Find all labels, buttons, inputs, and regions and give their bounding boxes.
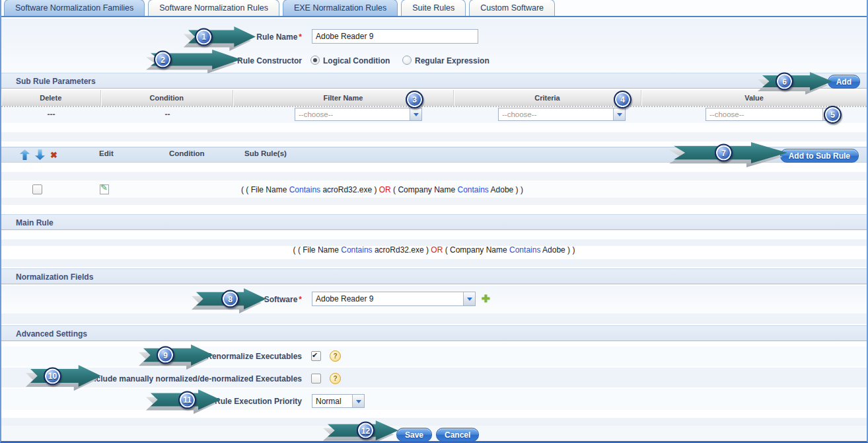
chevron-down-icon[interactable] [463,292,475,305]
row-stripe [1,231,867,239]
annotation-arrow-10: 10 [30,365,101,387]
column-header-delete: Delete [1,90,101,106]
annotation-badge-9: 9 [157,346,174,364]
regular-expression-radio[interactable] [402,56,412,65]
cancel-button[interactable]: Cancel [436,428,479,442]
row-stripe [1,259,867,267]
logical-condition-radio-label: Logical Condition [323,56,390,65]
rule-operator-contains: Contains [509,245,540,255]
annotation-arrow-2: 2 [151,50,241,69]
software-select[interactable]: Adobe Reader 9 [312,292,476,306]
main-rule-expression: ( ( File Name Contains acroRd32.exe ) OR… [1,245,867,255]
annotation-badge-7: 7 [715,144,733,162]
tab-custom-software[interactable]: Custom Software [469,0,555,16]
normalization-fields-section-header: Normalization Fields [1,268,867,284]
tab-software-normalization-families[interactable]: Software Normalization Families [4,0,145,16]
annotation-arrow-6: 6 [762,72,832,91]
rule-operator-contains: Contains [341,245,372,255]
add-software-plus-icon[interactable]: ✚ [482,293,490,305]
value-select-value: --choose-- [706,110,747,118]
advanced-settings-section-header: Advanced Settings [1,325,867,341]
required-marker: * [299,32,302,42]
row-stripe [1,123,867,132]
delete-x-icon[interactable]: ✖ [50,150,57,160]
edit-icon[interactable]: ✎ [100,184,109,194]
annotation-badge-10: 10 [44,367,61,385]
annotation-arrow-1: 1 [188,26,256,47]
filter-name-select[interactable]: --choose-- [295,108,422,121]
rule-text: Adobe ) ) [489,185,523,194]
exe-normalization-rules-page: Software Normalization Families Software… [0,0,868,443]
rule-operator-contains: Contains [457,185,488,194]
annotation-badge-12: 12 [357,422,375,440]
include-label-text: Include manually normalized/de-normalize… [89,374,302,383]
software-select-value: Adobe Reader 9 [312,294,377,303]
tab-software-normalization-rules[interactable]: Software Normalization Rules [148,0,279,16]
renormalize-checkbox[interactable]: ✔ [311,351,321,361]
rule-execution-priority-select[interactable]: Normal [312,394,365,408]
chevron-down-icon[interactable] [410,108,421,120]
annotation-arrow-9: 9 [143,344,213,366]
rule-text: ( ( File Name [293,245,342,255]
rule-text: ( ( File Name [241,185,289,194]
include-help-icon[interactable]: ? [330,373,341,384]
include-manually-normalized-checkbox[interactable] [311,374,321,383]
value-select[interactable]: --choose-- [705,108,835,121]
add-button[interactable]: Add [828,75,860,89]
annotation-arrow-11: 11 [151,389,221,410]
row-stripe [1,172,867,181]
annotation-arrow-12: 12 [328,421,398,440]
rule-operator-contains: Contains [289,185,320,194]
tab-bar: Software Normalization Families Software… [1,0,867,17]
edit-column-header: Edit [99,149,114,157]
chevron-down-icon[interactable] [613,108,625,120]
annotation-badge-8: 8 [221,290,239,308]
criteria-select[interactable]: --choose-- [498,108,626,121]
rule-text: acroRd32.exe ) [373,245,431,255]
main-rule-section-header: Main Rule [1,214,867,230]
rule-name-label: Rule Name* [1,32,302,42]
regular-expression-radio-label: Regular Expression [415,56,489,65]
rule-name-input[interactable] [312,29,478,44]
sub-rule-row-checkbox[interactable] [32,184,42,194]
annotation-badge-11: 11 [178,391,196,409]
column-header-value: Value [641,90,867,106]
condition-cell-placeholder: -- [101,110,234,119]
row-stripe [1,426,867,441]
filter-name-select-value: --choose-- [295,110,336,118]
annotation-arrow-8: 8 [196,288,266,309]
priority-select-value: Normal [312,397,345,406]
rule-operator-or: OR [431,245,443,255]
sub-rule-parameters-column-headers: Delete Condition Filter Name Criteria Va… [1,90,867,107]
row-stripe [1,198,867,205]
column-header-condition: Condition [101,90,233,106]
renormalize-label-text: Renormalize Executables [206,352,302,361]
annotation-badge-6: 6 [776,73,793,91]
annotation-badge-4: 4 [614,91,632,108]
rule-name-label-text: Rule Name [256,32,297,42]
rule-text: ( Company Name [443,245,509,255]
add-to-sub-rule-button[interactable]: Add to Sub Rule [780,149,859,163]
rule-operator-or: OR [379,185,391,194]
required-marker: * [299,295,302,304]
delete-cell-placeholder: --- [1,110,101,119]
rule-constructor-label-text: Rule Constructor [237,56,302,65]
chevron-down-icon[interactable] [352,395,364,407]
annotation-badge-3: 3 [406,91,423,108]
annotation-arrow-7: 7 [674,142,787,163]
row-stripe [1,163,867,172]
annotation-badge-2: 2 [154,51,172,69]
save-button[interactable]: Save [396,428,432,442]
annotation-badge-5: 5 [824,106,842,124]
rule-text: acroRd32.exe ) [320,185,379,194]
renormalize-help-icon[interactable]: ? [330,350,341,362]
priority-label-text: Rule Execution Priority [215,397,302,406]
software-label-text: Software [264,295,298,304]
tab-exe-normalization-rules[interactable]: EXE Normalization Rules [283,0,398,16]
row-stripe [1,313,867,324]
sub-rules-column-header: Sub Rule(s) [244,149,287,157]
rule-text: Adobe ) ) [540,245,575,255]
tab-suite-rules[interactable]: Suite Rules [401,0,466,16]
logical-condition-radio[interactable] [310,56,320,65]
row-stripe [1,132,867,141]
